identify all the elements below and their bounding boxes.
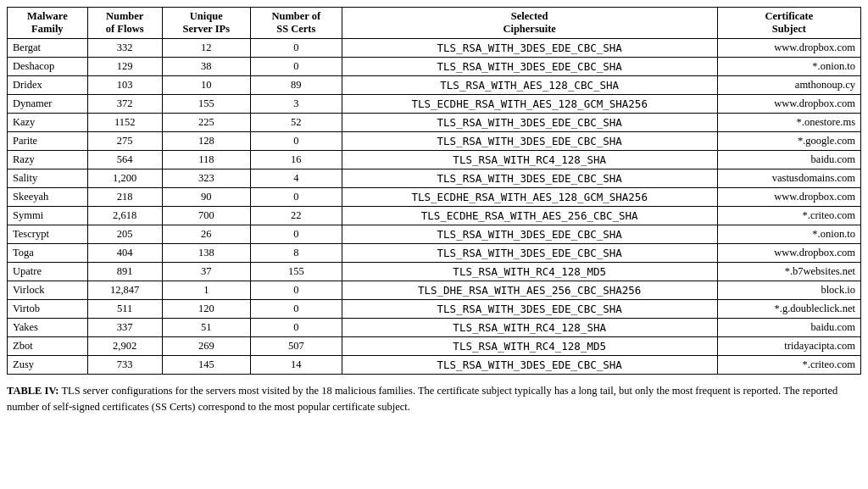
table-caption: TABLE IV: TLS server configurations for … bbox=[7, 383, 861, 415]
table-cell: Dridex bbox=[8, 76, 88, 95]
header-num-flows: Number of Flows bbox=[87, 8, 162, 39]
table-cell: Skeeyah bbox=[8, 188, 88, 207]
table-cell: TLS_ECDHE_RSA_WITH_AES_128_GCM_SHA256 bbox=[342, 188, 717, 207]
table-cell: Yakes bbox=[8, 319, 88, 337]
table-row: Tescrypt205260TLS_RSA_WITH_3DES_EDE_CBC_… bbox=[8, 225, 861, 244]
table-cell: *.criteo.com bbox=[717, 207, 860, 225]
table-cell: TLS_RSA_WITH_RC4_128_SHA bbox=[342, 319, 717, 337]
table-cell: 269 bbox=[162, 337, 250, 356]
table-row: Toga4041388TLS_RSA_WITH_3DES_EDE_CBC_SHA… bbox=[8, 244, 861, 263]
table-row: Yakes337510TLS_RSA_WITH_RC4_128_SHAbaidu… bbox=[8, 319, 861, 337]
table-cell: Upatre bbox=[8, 263, 88, 281]
table-cell: TLS_RSA_WITH_3DES_EDE_CBC_SHA bbox=[342, 39, 717, 58]
table-cell: 218 bbox=[87, 188, 162, 207]
table-cell: 128 bbox=[162, 132, 250, 151]
table-cell: 205 bbox=[87, 225, 162, 244]
table-cell: 145 bbox=[162, 356, 250, 375]
table-cell: 155 bbox=[251, 263, 342, 281]
table-cell: Razy bbox=[8, 151, 88, 169]
table-cell: vastusdomains.com bbox=[717, 169, 860, 188]
table-cell: TLS_RSA_WITH_3DES_EDE_CBC_SHA bbox=[342, 169, 717, 188]
table-cell: 52 bbox=[251, 114, 342, 132]
table-cell: www.dropbox.com bbox=[717, 188, 860, 207]
table-cell: 138 bbox=[162, 244, 250, 263]
table-row: Parite2751280TLS_RSA_WITH_3DES_EDE_CBC_S… bbox=[8, 132, 861, 151]
table-cell: 332 bbox=[87, 39, 162, 58]
table-row: Razy56411816TLS_RSA_WITH_RC4_128_SHAbaid… bbox=[8, 151, 861, 169]
table-cell: 2,902 bbox=[87, 337, 162, 356]
table-cell: TLS_RSA_WITH_3DES_EDE_CBC_SHA bbox=[342, 132, 717, 151]
table-cell: 8 bbox=[251, 244, 342, 263]
table-cell: 564 bbox=[87, 151, 162, 169]
table-cell: 89 bbox=[251, 76, 342, 95]
table-cell: 103 bbox=[87, 76, 162, 95]
table-cell: 22 bbox=[251, 207, 342, 225]
table-cell: www.dropbox.com bbox=[717, 244, 860, 263]
table-row: Virtob5111200TLS_RSA_WITH_3DES_EDE_CBC_S… bbox=[8, 300, 861, 319]
table-cell: 26 bbox=[162, 225, 250, 244]
table-cell: 10 bbox=[162, 76, 250, 95]
table-cell: 372 bbox=[87, 95, 162, 114]
table-cell: 511 bbox=[87, 300, 162, 319]
table-row: Deshacop129380TLS_RSA_WITH_3DES_EDE_CBC_… bbox=[8, 58, 861, 76]
table-cell: TLS_RSA_WITH_3DES_EDE_CBC_SHA bbox=[342, 58, 717, 76]
table-cell: 0 bbox=[251, 319, 342, 337]
table-cell: 129 bbox=[87, 58, 162, 76]
table-cell: TLS_ECDHE_RSA_WITH_AES_128_GCM_SHA256 bbox=[342, 95, 717, 114]
table-cell: 37 bbox=[162, 263, 250, 281]
table-cell: Dynamer bbox=[8, 95, 88, 114]
data-table: Malware Family Number of Flows Unique Se… bbox=[7, 7, 861, 375]
table-cell: 0 bbox=[251, 281, 342, 300]
table-cell: 38 bbox=[162, 58, 250, 76]
table-row: Virlock12,84710TLS_DHE_RSA_WITH_AES_256_… bbox=[8, 281, 861, 300]
table-header-row: Malware Family Number of Flows Unique Se… bbox=[8, 8, 861, 39]
table-cell: 16 bbox=[251, 151, 342, 169]
table-row: Zusy73314514TLS_RSA_WITH_3DES_EDE_CBC_SH… bbox=[8, 356, 861, 375]
table-cell: *.b7websites.net bbox=[717, 263, 860, 281]
header-certificate-subject: Certificate Subject bbox=[717, 8, 860, 39]
caption-text: TLS server configurations for the server… bbox=[7, 385, 837, 413]
table-cell: baidu.com bbox=[717, 319, 860, 337]
table-container: Malware Family Number of Flows Unique Se… bbox=[7, 7, 861, 375]
table-cell: 700 bbox=[162, 207, 250, 225]
table-row: Dridex1031089TLS_RSA_WITH_AES_128_CBC_SH… bbox=[8, 76, 861, 95]
table-cell: 275 bbox=[87, 132, 162, 151]
table-cell: Kazy bbox=[8, 114, 88, 132]
table-cell: 120 bbox=[162, 300, 250, 319]
table-cell: 404 bbox=[87, 244, 162, 263]
table-cell: TLS_ECDHE_RSA_WITH_AES_256_CBC_SHA bbox=[342, 207, 717, 225]
table-cell: 118 bbox=[162, 151, 250, 169]
table-cell: TLS_RSA_WITH_AES_128_CBC_SHA bbox=[342, 76, 717, 95]
table-cell: TLS_RSA_WITH_3DES_EDE_CBC_SHA bbox=[342, 114, 717, 132]
table-cell: tridayacipta.com bbox=[717, 337, 860, 356]
table-cell: *.criteo.com bbox=[717, 356, 860, 375]
table-body: Bergat332120TLS_RSA_WITH_3DES_EDE_CBC_SH… bbox=[8, 39, 861, 375]
table-cell: 0 bbox=[251, 300, 342, 319]
table-cell: 4 bbox=[251, 169, 342, 188]
table-cell: 12,847 bbox=[87, 281, 162, 300]
header-num-ss-certs: Number of SS Certs bbox=[251, 8, 342, 39]
table-cell: *.g.doubleclick.net bbox=[717, 300, 860, 319]
table-cell: TLS_RSA_WITH_3DES_EDE_CBC_SHA bbox=[342, 225, 717, 244]
table-cell: *.onion.to bbox=[717, 58, 860, 76]
table-cell: Tescrypt bbox=[8, 225, 88, 244]
table-cell: 12 bbox=[162, 39, 250, 58]
table-row: Zbot2,902269507TLS_RSA_WITH_RC4_128_MD5t… bbox=[8, 337, 861, 356]
table-cell: Virlock bbox=[8, 281, 88, 300]
table-cell: 155 bbox=[162, 95, 250, 114]
table-row: Kazy115222552TLS_RSA_WITH_3DES_EDE_CBC_S… bbox=[8, 114, 861, 132]
table-cell: Sality bbox=[8, 169, 88, 188]
table-cell: TLS_RSA_WITH_3DES_EDE_CBC_SHA bbox=[342, 300, 717, 319]
table-cell: *.google.com bbox=[717, 132, 860, 151]
table-cell: 51 bbox=[162, 319, 250, 337]
table-cell: 0 bbox=[251, 188, 342, 207]
table-cell: 1 bbox=[162, 281, 250, 300]
header-malware-family: Malware Family bbox=[8, 8, 88, 39]
table-cell: 14 bbox=[251, 356, 342, 375]
table-cell: 0 bbox=[251, 39, 342, 58]
table-row: Dynamer3721553TLS_ECDHE_RSA_WITH_AES_128… bbox=[8, 95, 861, 114]
caption-label: TABLE IV: bbox=[7, 385, 58, 397]
table-cell: 2,618 bbox=[87, 207, 162, 225]
table-cell: 891 bbox=[87, 263, 162, 281]
table-cell: www.dropbox.com bbox=[717, 95, 860, 114]
